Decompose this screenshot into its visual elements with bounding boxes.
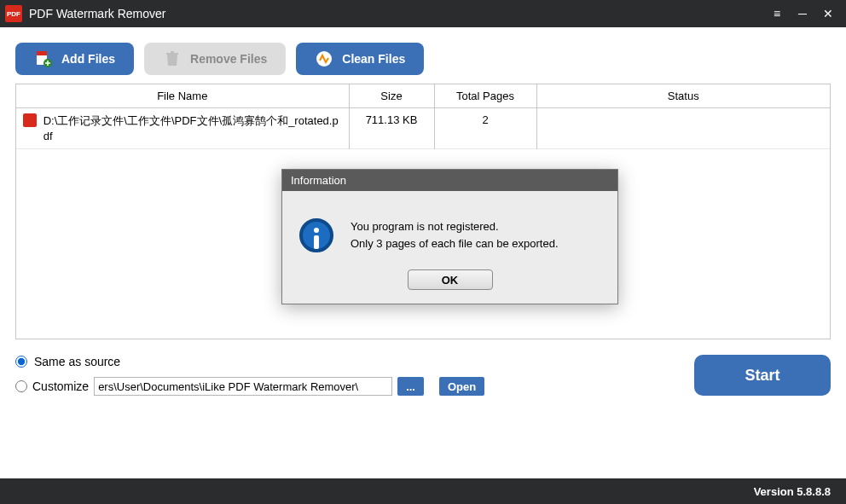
remove-files-label: Remove Files bbox=[190, 52, 267, 66]
add-files-button[interactable]: Add Files bbox=[15, 43, 134, 75]
svg-rect-1 bbox=[37, 51, 47, 55]
close-button[interactable]: ✕ bbox=[815, 7, 841, 20]
output-path-field[interactable]: ers\User\Documents\iLike PDF Watermark R… bbox=[94, 377, 392, 396]
output-options: Same as source Customize ers\User\Docume… bbox=[0, 339, 846, 396]
add-files-label: Add Files bbox=[61, 52, 115, 66]
menu-icon[interactable]: ≡ bbox=[764, 7, 790, 20]
app-title: PDF Watermark Remover bbox=[29, 7, 764, 20]
app-icon: PDF bbox=[5, 5, 22, 22]
browse-button[interactable]: ... bbox=[397, 377, 424, 396]
file-table: File Name Size Total Pages Status D:\工作记… bbox=[16, 84, 830, 149]
clean-files-button[interactable]: Clean Files bbox=[296, 43, 424, 75]
file-name-cell: D:\工作记录文件\工作文件\PDF文件\孤鸿寡鹄个和_rotated.pdf bbox=[43, 113, 342, 143]
start-button[interactable]: Start bbox=[694, 355, 831, 396]
table-row[interactable]: D:\工作记录文件\工作文件\PDF文件\孤鸿寡鹄个和_rotated.pdf … bbox=[16, 108, 830, 149]
ok-label: OK bbox=[442, 274, 459, 287]
column-header-size[interactable]: Size bbox=[349, 84, 434, 108]
file-status-cell bbox=[536, 108, 830, 149]
dialog-title: Information bbox=[282, 170, 617, 191]
add-files-icon bbox=[34, 49, 53, 68]
trash-icon bbox=[163, 49, 182, 68]
clean-files-label: Clean Files bbox=[342, 52, 405, 66]
column-header-pages[interactable]: Total Pages bbox=[434, 84, 536, 108]
dialog-line2: Only 3 pages of each file can be exporte… bbox=[351, 235, 559, 252]
information-dialog: Information You program is not registere… bbox=[281, 169, 618, 304]
column-header-name[interactable]: File Name bbox=[16, 84, 349, 108]
file-size-cell: 711.13 KB bbox=[349, 108, 434, 149]
minimize-button[interactable]: ─ bbox=[790, 7, 815, 20]
title-bar: PDF PDF Watermark Remover ≡ ─ ✕ bbox=[0, 0, 846, 27]
file-pages-cell: 2 bbox=[434, 108, 536, 149]
status-bar: Version 5.8.8.8 bbox=[0, 478, 846, 504]
customize-label: Customize bbox=[32, 379, 89, 393]
svg-rect-4 bbox=[171, 51, 174, 53]
pdf-file-icon bbox=[23, 113, 37, 127]
same-as-source-radio[interactable] bbox=[15, 356, 27, 368]
open-folder-button[interactable]: Open bbox=[439, 377, 484, 396]
same-as-source-label: Same as source bbox=[34, 355, 120, 368]
svg-rect-3 bbox=[166, 53, 178, 55]
dialog-message: You program is not registered. Only 3 pa… bbox=[351, 218, 559, 252]
clean-icon bbox=[315, 49, 333, 68]
customize-radio[interactable] bbox=[15, 380, 27, 392]
toolbar: Add Files Remove Files Clean Files bbox=[0, 27, 846, 84]
ok-button[interactable]: OK bbox=[408, 269, 493, 290]
remove-files-button: Remove Files bbox=[144, 43, 286, 75]
column-header-status[interactable]: Status bbox=[536, 84, 830, 108]
start-label: Start bbox=[745, 367, 779, 385]
version-label: Version 5.8.8.8 bbox=[754, 485, 831, 498]
dialog-line1: You program is not registered. bbox=[351, 218, 559, 235]
info-icon bbox=[299, 218, 333, 252]
